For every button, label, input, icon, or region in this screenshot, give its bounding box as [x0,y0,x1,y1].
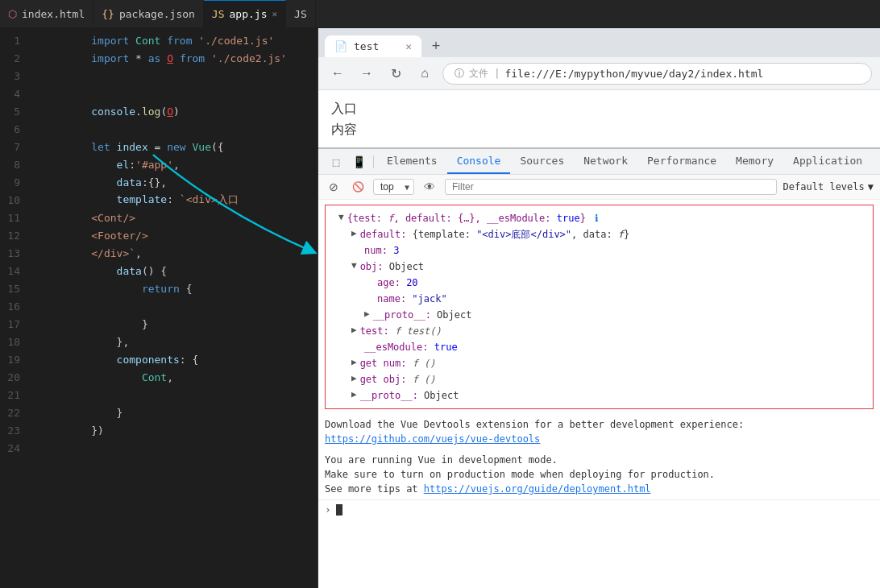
devtools-device-icon[interactable]: 📱 [347,151,370,173]
devtools-tab-bar: ⬚ 📱 Elements Console Sources Network Per… [318,149,880,175]
browser-tab-close[interactable]: ✕ [405,40,412,52]
line-num-22: 22 [0,407,28,419]
esmodule-text: __esModule: true [364,340,458,354]
test-expand[interactable]: ▶ [351,324,357,337]
devtools-tab-application[interactable]: Application [783,149,872,174]
obj-prop-text: obj: Object [360,259,424,274]
default-expand-arrow[interactable]: ▶ [351,227,357,241]
browser-chrome: 📄 test ✕ + ← → ↻ ⌂ ⓘ 文件 | file:///E:/myp… [318,28,880,90]
num-text: num: 3 [364,243,399,258]
vue-msg-line2: Make sure to turn on production mode whe… [325,469,715,480]
proto1-expand[interactable]: ▶ [364,308,370,321]
console-output[interactable]: ▼ {test: f, default: {…}, __esModule: tr… [318,200,880,588]
page-content: 入口 内容 [318,90,880,147]
tab-index-html[interactable]: ⬡ index.html [0,0,93,27]
console-prop-proto2[interactable]: ▶ __proto__: Object [332,387,866,404]
vue-guide-link[interactable]: https://vuejs.org/guide/deployment.html [424,483,651,495]
line-num-8: 8 [0,159,28,171]
eye-icon[interactable]: 👁 [421,178,438,196]
devtools-inspect-icon[interactable]: ⬚ [325,151,347,173]
devtools-tab-performance[interactable]: Performance [637,149,726,174]
line-num-11: 11 [0,212,28,224]
page-line-1: 入口 [331,98,867,119]
address-bar[interactable]: ⓘ 文件 | file:///E:/mypython/myvue/day2/in… [442,63,872,85]
console-input-line: › [318,499,880,519]
editor-tab-bar: ⬡ index.html {} package.json JS app.js ✕… [0,0,880,28]
forward-button[interactable]: → [355,62,378,85]
tab-app-js[interactable]: JS app.js ✕ [204,0,286,27]
browser-tab-title: test [354,40,379,52]
devtools-link[interactable]: https://github.com/vuejs/vue-devtools [325,433,540,445]
console-prop-num[interactable]: num: 3 [332,242,866,259]
tab-package-json[interactable]: {} package.json [93,0,204,27]
obj-prop-expand[interactable]: ▼ [351,259,357,273]
home-button[interactable]: ⌂ [413,62,436,85]
proto2-text: __proto__: Object [360,388,459,403]
default-levels-arrow: ▼ [868,181,874,193]
devtools-tab-elements[interactable]: Elements [377,149,447,174]
line-num-16: 16 [0,300,28,313]
reload-button[interactable]: ↻ [384,62,407,85]
line-num-10: 10 [0,194,28,206]
get-num-expand[interactable]: ▶ [351,356,357,370]
devtools-tab-memory[interactable]: Memory [726,149,783,174]
tab-close-app[interactable]: ✕ [272,9,277,19]
context-select-wrapper: top ▼ [373,179,414,195]
filter-input[interactable] [445,179,777,195]
browser-tab-test[interactable]: 📄 test ✕ [325,35,421,57]
code-line-20: 20 Cont, [0,368,318,386]
line-num-24: 24 [0,442,28,454]
console-filter-icon[interactable]: 🚫 [349,178,367,196]
console-prop-name[interactable]: name: "jack" [332,291,866,307]
page-line-2: 内容 [331,119,867,140]
console-prop-proto1[interactable]: ▶ __proto__: Object [332,307,866,323]
line-num-9: 9 [0,176,28,188]
browser-panel: 📄 test ✕ + ← → ↻ ⌂ ⓘ 文件 | file:///E:/myp… [318,28,880,588]
get-obj-expand[interactable]: ▶ [351,372,357,386]
line-num-20: 20 [0,371,28,383]
name-text: name: "jack" [377,292,447,306]
tab-extra[interactable]: JS [286,0,316,27]
console-object-box: ▼ {test: f, default: {…}, __esModule: tr… [325,205,874,409]
line-num-7: 7 [0,141,28,153]
devtools-tab-console[interactable]: Console [447,149,511,174]
line-num-6: 6 [0,123,28,135]
proto1-text: __proto__: Object [373,308,472,322]
back-button[interactable]: ← [326,62,349,85]
devtools-tab-sources[interactable]: Sources [510,149,574,174]
console-prop-age[interactable]: age: 20 [332,275,866,291]
line-num-3: 3 [0,70,28,82]
line-num-19: 19 [0,354,28,366]
line-num-17: 17 [0,318,28,330]
default-text: default: {template: "<div>底部</div>", dat… [360,227,630,242]
code-line-23: 23 }) [0,421,318,439]
line-num-18: 18 [0,336,28,348]
devtools: ⬚ 📱 Elements Console Sources Network Per… [318,147,880,588]
code-line-15: 15 return { [0,280,318,297]
console-clear-button[interactable]: ⊘ [325,178,342,196]
console-prop-get-num[interactable]: ▶ get num: f () [332,355,866,371]
context-select[interactable]: top [373,179,414,195]
vue-msg-line3: See more tips at [325,483,424,495]
get-num-text: get num: f () [360,356,436,371]
tab-label-package: package.json [119,8,195,20]
console-devtools-msg: Download the Vue Devtools extension for … [318,414,880,449]
console-prop-get-obj[interactable]: ▶ get obj: f () [332,371,866,387]
default-levels[interactable]: Default levels ▼ [783,181,874,193]
console-prop-esmodule[interactable]: __esModule: true [332,339,866,355]
main-area: 1 import Cont from './code1.js' 2 import… [0,28,880,588]
proto2-expand[interactable]: ▶ [351,388,357,402]
devtools-tab-network[interactable]: Network [574,149,637,174]
line-num-15: 15 [0,283,28,295]
code-line-3: 3 [0,67,318,85]
console-obj-header[interactable]: ▼ {test: f, default: {…}, __esModule: tr… [332,210,866,226]
line-num-13: 13 [0,247,28,259]
test-text: test: f test() [360,324,442,338]
new-tab-button[interactable]: + [425,35,447,57]
console-prop-default[interactable]: ▶ default: {template: "<div>底部</div>", d… [332,226,866,242]
console-prop-test[interactable]: ▶ test: f test() [332,323,866,339]
console-prop-obj[interactable]: ▼ obj: Object [332,259,866,275]
obj-expand-arrow[interactable]: ▼ [338,211,344,225]
url-text: file:///E:/mypython/myvue/day2/index.htm… [504,68,763,80]
obj-header-text: {test: f, default: {…}, __esModule: true… [347,211,599,226]
